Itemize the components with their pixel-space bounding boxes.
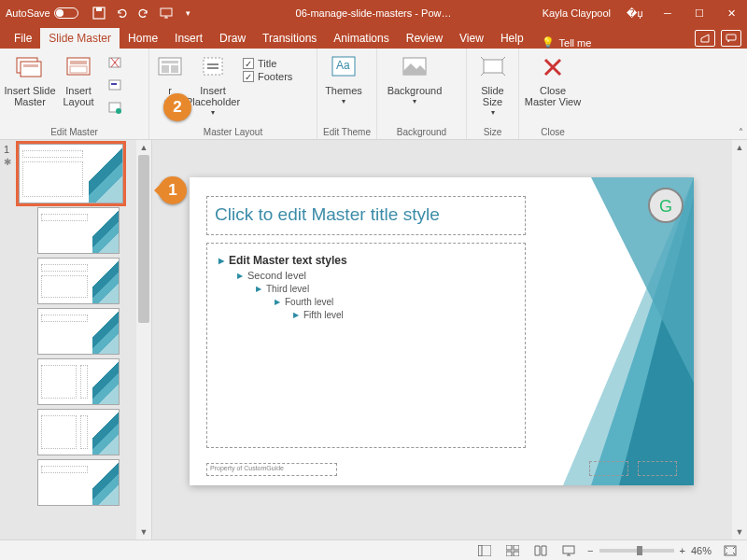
title-bar: AutoSave ▾ 06-manage-slide-masters - Pow… bbox=[0, 0, 747, 26]
tab-home[interactable]: Home bbox=[120, 28, 166, 49]
tab-review[interactable]: Review bbox=[398, 28, 451, 49]
ribbon-tabs: File Slide Master Home Insert Draw Trans… bbox=[0, 26, 747, 49]
minimize-button[interactable]: ─ bbox=[652, 0, 684, 26]
save-icon[interactable] bbox=[92, 6, 106, 21]
title-checkbox[interactable]: ✓Title bbox=[243, 58, 292, 69]
slide-size-button[interactable]: Slide Size▾ bbox=[471, 50, 514, 119]
body-placeholder[interactable]: Edit Master text styles Second level Thi… bbox=[206, 243, 526, 448]
svg-rect-6 bbox=[23, 64, 38, 67]
status-bar: − + 46% bbox=[0, 539, 747, 560]
callout-1: 1 bbox=[159, 176, 187, 204]
thumbnail-layout[interactable] bbox=[37, 207, 120, 254]
svg-rect-25 bbox=[484, 60, 502, 73]
slideshow-view-icon[interactable] bbox=[559, 543, 578, 558]
svg-rect-8 bbox=[70, 61, 87, 64]
slide-number-placeholder[interactable] bbox=[638, 461, 677, 476]
tab-slide-master[interactable]: Slide Master bbox=[40, 28, 120, 49]
insert-placeholder-button[interactable]: Insert Placeholder▾ bbox=[187, 50, 239, 119]
lightbulb-icon: 💡 bbox=[542, 36, 555, 49]
group-label-edit-theme: Edit Theme bbox=[321, 125, 373, 139]
footer-placeholder[interactable]: Property of CustomGuide bbox=[206, 463, 337, 476]
tab-file[interactable]: File bbox=[6, 28, 40, 49]
scroll-down-icon[interactable]: ▼ bbox=[732, 525, 747, 539]
master-layout-icon bbox=[155, 52, 185, 82]
thumbnail-layout[interactable] bbox=[37, 258, 120, 304]
svg-rect-12 bbox=[111, 83, 117, 85]
delete-button[interactable] bbox=[105, 52, 125, 73]
group-label-edit-master: Edit Master bbox=[4, 125, 145, 139]
svg-rect-33 bbox=[478, 545, 482, 556]
collapse-ribbon-icon[interactable]: ˄ bbox=[739, 127, 743, 137]
svg-point-14 bbox=[116, 108, 121, 114]
zoom-level[interactable]: 46% bbox=[691, 545, 712, 556]
slide-number: 1 bbox=[4, 144, 9, 155]
normal-view-icon[interactable] bbox=[475, 543, 494, 558]
tab-help[interactable]: Help bbox=[492, 28, 532, 49]
group-label-background: Background bbox=[381, 125, 462, 139]
close-master-view-button[interactable]: Close Master View bbox=[523, 50, 583, 107]
tab-draw[interactable]: Draw bbox=[211, 28, 254, 49]
preserve-button[interactable] bbox=[105, 97, 125, 118]
share-button[interactable] bbox=[695, 30, 715, 47]
thumbnail-master[interactable] bbox=[19, 144, 123, 203]
svg-text:G: G bbox=[659, 197, 672, 216]
sorter-view-icon[interactable] bbox=[503, 543, 522, 558]
tab-animations[interactable]: Animations bbox=[325, 28, 397, 49]
svg-rect-2 bbox=[161, 8, 172, 16]
thumbnail-layout[interactable] bbox=[37, 459, 120, 506]
editor-scrollbar[interactable]: ▲ ▼ bbox=[732, 140, 747, 539]
thumbnail-layout[interactable] bbox=[37, 358, 120, 405]
zoom-out-button[interactable]: − bbox=[587, 545, 593, 556]
scroll-down-icon[interactable]: ▼ bbox=[136, 525, 151, 539]
toggle-off-icon bbox=[54, 7, 78, 19]
reading-view-icon[interactable] bbox=[531, 543, 550, 558]
themes-button[interactable]: Aa Themes▾ bbox=[321, 50, 366, 107]
rename-button[interactable] bbox=[105, 75, 125, 95]
slide-master-icon bbox=[15, 52, 45, 82]
svg-rect-20 bbox=[207, 63, 218, 65]
tell-me-search[interactable]: 💡 Tell me bbox=[542, 36, 592, 49]
comments-button[interactable] bbox=[721, 30, 741, 47]
tab-insert[interactable]: Insert bbox=[166, 28, 211, 49]
thumbnail-layout[interactable] bbox=[37, 308, 120, 355]
slide-canvas[interactable]: G Click to edit Master title style Edit … bbox=[190, 177, 694, 485]
title-placeholder[interactable]: Click to edit Master title style bbox=[206, 196, 526, 235]
maximize-button[interactable]: ☐ bbox=[684, 0, 715, 26]
svg-rect-1 bbox=[96, 7, 102, 11]
zoom-in-button[interactable]: + bbox=[680, 545, 685, 556]
svg-rect-3 bbox=[726, 35, 736, 40]
ribbon-display-icon[interactable]: �џ bbox=[622, 7, 648, 20]
thumbnail-scrollbar[interactable]: ▲ ▼ bbox=[136, 140, 151, 539]
undo-icon[interactable] bbox=[114, 6, 129, 21]
start-slideshow-icon[interactable] bbox=[159, 6, 174, 21]
autosave-toggle[interactable]: AutoSave bbox=[6, 7, 78, 19]
tab-transitions[interactable]: Transitions bbox=[254, 28, 325, 49]
zoom-slider[interactable] bbox=[599, 549, 674, 553]
scroll-up-icon[interactable]: ▲ bbox=[136, 140, 151, 155]
tab-view[interactable]: View bbox=[451, 28, 492, 49]
svg-rect-32 bbox=[478, 545, 491, 556]
background-button[interactable]: Background▾ bbox=[381, 50, 448, 107]
fit-to-window-icon[interactable] bbox=[721, 543, 740, 558]
document-title: 06-manage-slide-masters - Pow… bbox=[296, 7, 452, 19]
insert-layout-button[interactable]: Insert Layout bbox=[56, 50, 101, 107]
redo-icon[interactable] bbox=[136, 6, 151, 21]
svg-rect-19 bbox=[204, 58, 222, 75]
scroll-up-icon[interactable]: ▲ bbox=[732, 140, 747, 155]
slide-editor: G Click to edit Master title style Edit … bbox=[152, 140, 747, 539]
qat-dropdown-icon[interactable]: ▾ bbox=[181, 6, 196, 21]
svg-rect-36 bbox=[506, 552, 512, 556]
svg-rect-16 bbox=[162, 61, 178, 63]
preserve-star-icon: ✱ bbox=[4, 157, 11, 167]
thumbnail-layout[interactable] bbox=[37, 409, 120, 455]
date-placeholder[interactable] bbox=[589, 461, 628, 476]
group-label-size: Size bbox=[471, 125, 514, 139]
user-name[interactable]: Kayla Claypool bbox=[543, 7, 611, 19]
close-icon bbox=[538, 52, 568, 82]
slide-background-art: G bbox=[554, 177, 694, 485]
callout-2: 2 bbox=[163, 93, 191, 121]
footers-checkbox[interactable]: ✓Footers bbox=[243, 71, 292, 82]
svg-rect-18 bbox=[171, 65, 178, 73]
close-window-button[interactable]: ✕ bbox=[715, 0, 747, 26]
insert-slide-master-button[interactable]: Insert Slide Master bbox=[4, 50, 56, 107]
